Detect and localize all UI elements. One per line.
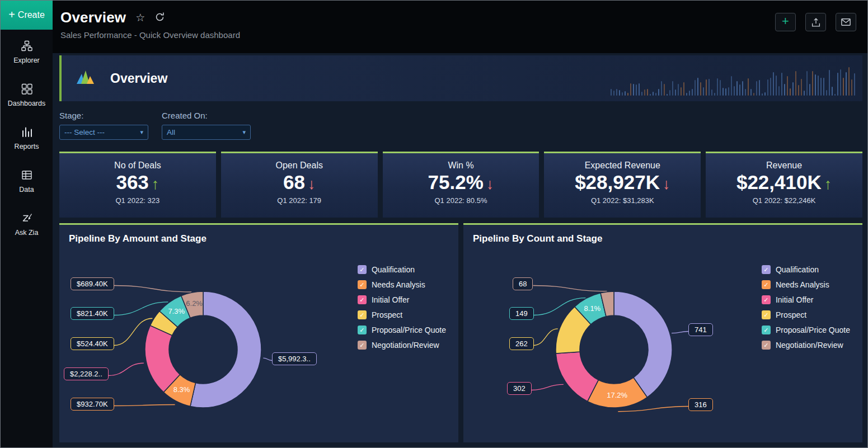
slice-percent-label: 7.3% [168,307,185,315]
create-label: Create [18,10,45,20]
favorite-star-icon[interactable]: ☆ [135,12,145,23]
kpi-card-no-of-deals[interactable]: No of Deals 363↑ Q1 2022: 323 [59,152,216,218]
kpi-title: Open Deals [221,161,378,171]
legend-checkbox[interactable]: ✓ [762,326,771,334]
banner-sparkline-decoration [611,62,860,96]
create-button[interactable]: + Create [1,1,53,30]
sidebar-item-data[interactable]: Data [1,159,53,202]
plus-icon: + [782,15,789,27]
email-button[interactable] [836,13,856,31]
export-share-button[interactable] [805,13,826,31]
stage-filter-value: --- Select --- [64,128,105,136]
kpi-title: Expected Revenue [544,161,701,171]
pipeline-count-panel: Pipeline By Count and Stage 17.2%8.1% 68… [463,223,862,442]
legend-label: Qualification [372,265,415,274]
kpi-comparison: Q1 2022: $22,246K [706,196,862,205]
slice-value-label: 149 [509,307,534,320]
data-icon [21,169,33,181]
kpi-card-revenue[interactable]: Revenue $22,410K↑ Q1 2022: $22,246K [706,152,862,218]
filter-bar: Stage: --- Select --- ▾ Created On: All … [59,111,862,140]
kpi-value: $22,410K [736,171,822,193]
legend-label: Prospect [776,310,806,319]
legend-item[interactable]: ✓Qualification [762,265,850,274]
legend-label: Proposal/Price Quote [372,326,446,334]
upload-icon [810,17,822,28]
kpi-card-expected-revenue[interactable]: Expected Revenue $28,927K↓ Q1 2022: $31,… [544,152,701,218]
slice-value-label: 262 [509,337,534,350]
legend-checkbox[interactable]: ✓ [358,295,367,304]
reports-icon [21,126,33,138]
chevron-down-icon: ▾ [242,129,246,136]
trend-arrow: ↑ [824,176,832,192]
legend-item[interactable]: ✓Needs Analysis [358,280,446,289]
legend-item[interactable]: ✓Proposal/Price Quote [358,326,446,334]
trend-arrow: ↑ [152,176,159,192]
trend-arrow: ↓ [663,176,670,192]
kpi-comparison: Q1 2022: $31,283K [544,196,701,205]
sidebar-item-reports[interactable]: Reports [1,116,53,159]
legend-item[interactable]: ✓Prospect [358,310,446,319]
legend-item[interactable]: ✓Negotiation/Review [762,341,850,350]
legend-item[interactable]: ✓Needs Analysis [762,280,850,289]
ask-zia-icon [21,212,33,224]
sidebar-item-label: Data [19,186,34,194]
legend-item[interactable]: ✓Initial Offer [762,295,850,304]
refresh-icon[interactable] [154,12,165,24]
slice-percent-label: 6.2% [186,299,203,308]
donut-slice-qualification[interactable] [614,291,672,397]
sidebar: + Create Explorer [1,1,53,447]
slice-value-label: 741 [688,323,713,336]
chart-legend: ✓Qualification✓Needs Analysis✓Initial Of… [358,265,446,350]
legend-item[interactable]: ✓Proposal/Price Quote [762,326,850,334]
kpi-row: No of Deals 363↑ Q1 2022: 323 Open Deals… [59,152,862,218]
add-widget-button[interactable]: + [775,13,796,31]
legend-checkbox[interactable]: ✓ [762,280,771,289]
trend-arrow: ↓ [486,176,494,192]
legend-item[interactable]: ✓Negotiation/Review [358,341,446,350]
legend-checkbox[interactable]: ✓ [358,326,367,334]
sidebar-item-dashboards[interactable]: Dashboards [1,73,53,116]
slice-value-label: $2,228.2.. [64,367,109,380]
slice-percent-label: 8.3% [173,385,190,394]
legend-label: Qualification [776,265,819,274]
charts-row: Pipeline By Amount and Stage 8.3%7.3%6.2… [59,223,862,442]
legend-checkbox[interactable]: ✓ [358,280,367,289]
chart-title: Pipeline By Amount and Stage [59,225,458,244]
pipeline-count-donut: 17.2%8.1% [548,284,679,415]
legend-checkbox[interactable]: ✓ [762,310,771,319]
kpi-value: 68 [283,171,305,193]
trend-arrow: ↓ [308,176,316,192]
legend-label: Initial Offer [776,295,813,304]
legend-item[interactable]: ✓Initial Offer [358,295,446,304]
created-on-filter-dropdown[interactable]: All ▾ [162,125,251,140]
sidebar-item-label: Reports [15,143,39,150]
top-header: Overview ☆ Sales Performance - Quick Ove… [53,1,867,53]
banner-title: Overview [110,71,167,86]
legend-checkbox[interactable]: ✓ [762,265,771,274]
legend-checkbox[interactable]: ✓ [358,265,367,274]
kpi-card-win-pct[interactable]: Win % 75.2%↓ Q1 2022: 80.5% [383,152,539,218]
sidebar-item-ask-zia[interactable]: Ask Zia [1,202,53,245]
created-on-filter-value: All [167,128,175,136]
kpi-title: Revenue [706,161,862,171]
legend-checkbox[interactable]: ✓ [762,341,771,350]
plus-icon: + [8,9,15,20]
kpi-title: No of Deals [59,161,216,171]
envelope-icon [840,16,852,28]
legend-checkbox[interactable]: ✓ [358,341,367,350]
kpi-comparison: Q1 2022: 80.5% [383,196,539,205]
stage-filter-dropdown[interactable]: --- Select --- ▾ [59,125,148,140]
slice-value-label: $524.40K [71,337,114,350]
legend-label: Prospect [372,310,402,319]
legend-item[interactable]: ✓Qualification [358,265,446,274]
legend-checkbox[interactable]: ✓ [762,295,771,304]
app-window: + Create Explorer [0,0,868,448]
kpi-value: 75.2% [428,171,484,193]
kpi-value: 363 [116,171,148,193]
legend-item[interactable]: ✓Prospect [762,310,850,319]
kpi-card-open-deals[interactable]: Open Deals 68↓ Q1 2022: 179 [221,152,378,218]
sidebar-item-label: Ask Zia [15,229,39,237]
legend-checkbox[interactable]: ✓ [358,310,367,319]
sidebar-item-explorer[interactable]: Explorer [1,30,53,73]
slice-value-label: $5,992.3.. [272,352,317,365]
